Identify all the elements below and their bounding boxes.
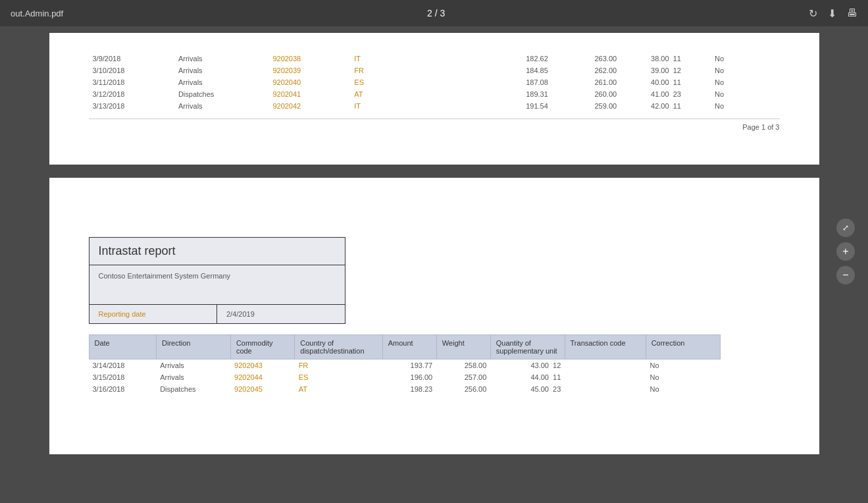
- country-cell: AT: [350, 88, 397, 100]
- toolbar: out.Admin.pdf 2 / 3 ↻ ⬇ 🖶: [0, 0, 868, 26]
- direction-cell: Arrivals: [156, 371, 230, 383]
- filename-label: out.Admin.pdf: [11, 9, 63, 18]
- qty-cell: 43.00 12: [490, 359, 565, 371]
- correction-cell: No: [711, 100, 779, 112]
- spacer-cell: [397, 53, 483, 65]
- page-indicator: 2 / 3: [427, 8, 445, 18]
- refresh-icon[interactable]: ↻: [809, 7, 817, 20]
- date-cell: 3/13/2018: [89, 100, 174, 112]
- country-cell: ES: [295, 371, 382, 383]
- amount-cell: 182.62: [483, 53, 551, 65]
- zoom-in-button[interactable]: +: [836, 242, 855, 261]
- direction-cell: Arrivals: [174, 53, 268, 65]
- date-cell: 3/15/2018: [89, 371, 157, 383]
- weight-cell: 259.00: [552, 100, 621, 112]
- date-cell: 3/12/2018: [89, 88, 174, 100]
- correction-cell: No: [646, 383, 721, 395]
- country-cell: FR: [295, 359, 382, 371]
- page1-footer: Page 1 of 3: [89, 119, 780, 131]
- zoom-controls: ⤢ + −: [836, 219, 855, 284]
- country-cell: ES: [350, 76, 397, 88]
- table-row: 3/10/2018 Arrivals 9202039 FR 184.85 262…: [89, 65, 780, 76]
- weight-cell: 256.00: [436, 383, 490, 395]
- date-cell: 3/9/2018: [89, 53, 174, 65]
- ref-cell: 9202045: [230, 383, 295, 395]
- ref-cell: 9202038: [268, 53, 350, 65]
- ref-cell: 9202040: [268, 76, 350, 88]
- column-header: Transaction code: [565, 335, 646, 359]
- column-header: Commodity code: [230, 335, 294, 359]
- qty-cell: 38.00 11: [621, 53, 685, 65]
- correction-cell: No: [711, 76, 779, 88]
- spacer-cell: [397, 100, 483, 112]
- country-cell: IT: [350, 53, 397, 65]
- correction-cell: No: [711, 53, 779, 65]
- report-header-box: Intrastat report Contoso Entertainment S…: [89, 237, 345, 324]
- ref-cell: 9202039: [268, 65, 350, 76]
- trans-cell: [565, 371, 646, 383]
- column-header: Date: [89, 335, 157, 359]
- amount-cell: 187.08: [483, 76, 551, 88]
- column-header: Correction: [646, 335, 720, 359]
- ref-cell: 9202043: [230, 359, 295, 371]
- table-row: 3/12/2018 Dispatches 9202041 AT 189.31 2…: [89, 88, 780, 100]
- column-header: Direction: [157, 335, 231, 359]
- direction-cell: Arrivals: [174, 65, 268, 76]
- weight-cell: 261.00: [552, 76, 621, 88]
- table-row: 3/16/2018 Dispatches 9202045 AT 198.23 2…: [89, 383, 721, 395]
- weight-cell: 260.00: [552, 88, 621, 100]
- country-cell: IT: [350, 100, 397, 112]
- correction-cell: No: [711, 65, 779, 76]
- qty-cell: 40.00 11: [621, 76, 685, 88]
- correction-cell: No: [711, 88, 779, 100]
- amount-cell: 193.77: [382, 359, 436, 371]
- print-icon[interactable]: 🖶: [847, 7, 857, 19]
- ref-cell: 9202042: [268, 100, 350, 112]
- direction-cell: Arrivals: [174, 100, 268, 112]
- trans-spacer: [685, 76, 711, 88]
- table-row: 3/15/2018 Arrivals 9202044 ES 196.00 257…: [89, 371, 721, 383]
- toolbar-actions: ↻ ⬇ 🖶: [809, 7, 857, 20]
- report-title: Intrastat report: [89, 238, 345, 265]
- trans-cell: [565, 359, 646, 371]
- qty-cell: 42.00 11: [621, 100, 685, 112]
- weight-cell: 257.00: [436, 371, 490, 383]
- spacer-cell: [397, 76, 483, 88]
- weight-cell: 263.00: [552, 53, 621, 65]
- date-cell: 3/14/2018: [89, 359, 157, 371]
- amount-cell: 198.23: [382, 383, 436, 395]
- date-cell: 3/11/2018: [89, 76, 174, 88]
- direction-cell: Arrivals: [156, 359, 230, 371]
- trans-spacer: [685, 65, 711, 76]
- report-date-value: 2/4/2019: [217, 305, 345, 323]
- spacer-cell: [397, 65, 483, 76]
- report-date-label: Reporting date: [89, 305, 218, 323]
- ref-cell: 9202041: [268, 88, 350, 100]
- column-header: Weight: [436, 335, 490, 359]
- table-row: 3/11/2018 Arrivals 9202040 ES 187.08 261…: [89, 76, 780, 88]
- qty-cell: 39.00 12: [621, 65, 685, 76]
- trans-spacer: [685, 88, 711, 100]
- ref-cell: 9202044: [230, 371, 295, 383]
- country-cell: AT: [295, 383, 382, 395]
- date-cell: 3/16/2018: [89, 383, 157, 395]
- pdf-page-2: Intrastat report Contoso Entertainment S…: [49, 178, 819, 454]
- download-icon[interactable]: ⬇: [828, 7, 836, 20]
- amount-cell: 189.31: [483, 88, 551, 100]
- zoom-fit-button[interactable]: ⤢: [836, 219, 855, 237]
- page1-table: 3/9/2018 Arrivals 9202038 IT 182.62 263.…: [89, 53, 780, 112]
- country-cell: FR: [350, 65, 397, 76]
- amount-cell: 191.54: [483, 100, 551, 112]
- weight-cell: 262.00: [552, 65, 621, 76]
- pdf-scroll-area[interactable]: 3/9/2018 Arrivals 9202038 IT 182.62 263.…: [0, 26, 868, 503]
- zoom-out-button[interactable]: −: [836, 266, 855, 284]
- column-header: Country of dispatch/destination: [295, 335, 382, 359]
- spacer-cell: [397, 88, 483, 100]
- weight-cell: 258.00: [436, 359, 490, 371]
- column-header: Amount: [382, 335, 436, 359]
- trans-cell: [565, 383, 646, 395]
- correction-cell: No: [646, 359, 721, 371]
- amount-cell: 184.85: [483, 65, 551, 76]
- trans-spacer: [685, 53, 711, 65]
- page2-table: 3/14/2018 Arrivals 9202043 FR 193.77 258…: [89, 359, 721, 395]
